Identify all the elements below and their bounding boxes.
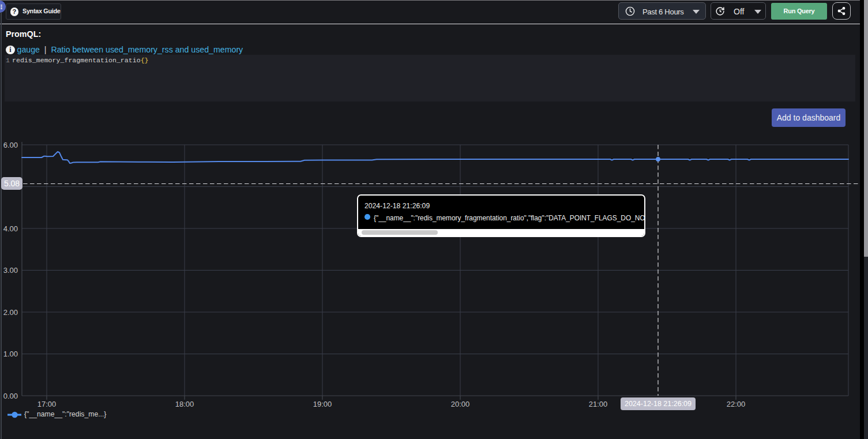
svg-text:17:00: 17:00 — [37, 400, 57, 408]
svg-text:18:00: 18:00 — [175, 400, 194, 408]
svg-text:22:00: 22:00 — [727, 400, 746, 408]
svg-text:3.00: 3.00 — [3, 266, 18, 275]
svg-text:4.00: 4.00 — [3, 224, 18, 233]
svg-text:21:00: 21:00 — [589, 400, 608, 408]
svg-text:19:00: 19:00 — [313, 400, 332, 408]
svg-text:1.00: 1.00 — [3, 350, 18, 358]
svg-text:6.00: 6.00 — [3, 141, 18, 149]
svg-text:20:00: 20:00 — [451, 400, 470, 408]
svg-text:2.00: 2.00 — [3, 308, 18, 317]
svg-text:0.00: 0.00 — [3, 392, 18, 400]
